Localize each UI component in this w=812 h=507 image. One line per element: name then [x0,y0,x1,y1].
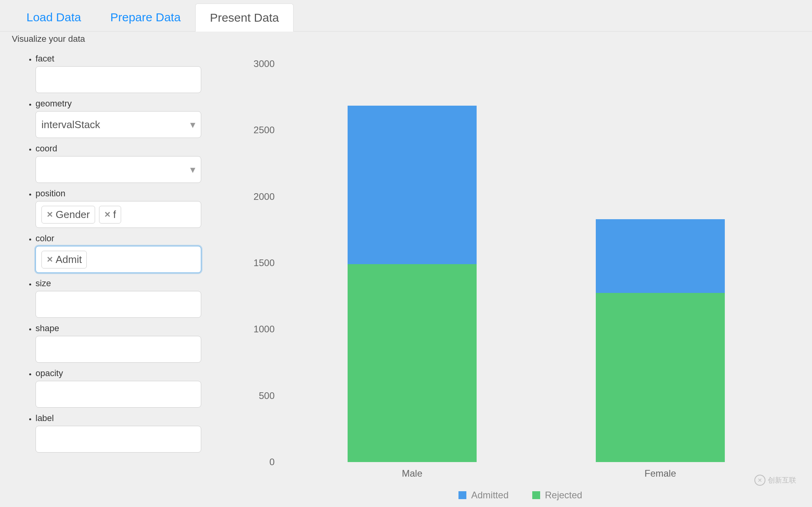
close-icon[interactable]: ✕ [104,210,111,219]
config-panel: facet geometry intervalStack ▾ coord ▾ p… [12,48,225,490]
tab-prepare-data[interactable]: Prepare Data [95,3,195,31]
close-icon[interactable]: ✕ [47,210,53,219]
watermark-logo-icon: ✕ [754,475,765,486]
label-shape: shape [36,323,225,334]
legend-swatch-icon [532,491,540,499]
legend-label: Admitted [471,490,509,501]
input-label[interactable] [36,426,201,453]
legend-label: Rejected [545,490,582,501]
y-tick: 1500 [254,257,275,268]
y-tick: 1000 [254,324,275,335]
input-color[interactable]: ✕ Admit [36,246,201,273]
watermark-text: 创新互联 [768,475,796,485]
label-position: position [36,188,225,199]
watermark: ✕ 创新互联 [754,475,796,486]
tag-position-1[interactable]: ✕ f [99,206,121,224]
y-tick: 2000 [254,191,275,202]
field-color: color ✕ Admit [36,233,225,273]
label-size: size [36,278,225,289]
bar-segment [348,106,477,264]
field-geometry: geometry intervalStack ▾ [36,99,225,138]
label-label: label [36,413,225,423]
select-geometry[interactable]: intervalStack ▾ [36,111,201,138]
close-icon[interactable]: ✕ [47,255,53,264]
y-tick: 0 [269,457,275,468]
field-facet: facet [36,54,225,93]
input-facet[interactable] [36,66,201,93]
input-size[interactable] [36,291,201,318]
chevron-down-icon: ▾ [190,119,195,131]
field-shape: shape [36,323,225,363]
bar-segment [348,264,477,462]
select-geometry-value: intervalStack [41,119,100,131]
input-shape[interactable] [36,336,201,363]
chart-legend: AdmittedRejected [241,490,800,501]
label-facet: facet [36,54,225,64]
tag-label: Admit [56,254,82,266]
chevron-down-icon: ▾ [190,164,195,176]
tag-label: f [113,209,116,221]
legend-item[interactable]: Rejected [532,490,582,501]
x-tick-label: Male [402,468,422,479]
legend-swatch-icon [458,491,466,499]
chart: 050010001500200025003000 MaleFemale Admi… [241,48,800,490]
tab-present-data[interactable]: Present Data [195,4,294,32]
y-tick: 500 [259,390,275,401]
x-tick-label: Female [644,468,676,479]
field-coord: coord ▾ [36,144,225,183]
tab-bar: Load Data Prepare Data Present Data [0,0,812,32]
label-opacity: opacity [36,368,225,378]
select-coord[interactable]: ▾ [36,156,201,183]
input-opacity[interactable] [36,381,201,408]
label-coord: coord [36,144,225,154]
bar-segment [596,293,725,462]
tag-color-0[interactable]: ✕ Admit [41,251,87,268]
tag-label: Gender [56,209,90,221]
y-tick: 3000 [254,58,275,69]
bar-segment [596,219,725,293]
tab-load-data[interactable]: Load Data [12,3,95,31]
page-subheader: Visualize your data [0,32,812,48]
field-label: label [36,413,225,453]
input-position[interactable]: ✕ Gender ✕ f [36,201,201,228]
tag-position-0[interactable]: ✕ Gender [41,206,95,224]
field-opacity: opacity [36,368,225,408]
label-color: color [36,233,225,244]
label-geometry: geometry [36,99,225,109]
field-size: size [36,278,225,318]
y-tick: 2500 [254,125,275,136]
legend-item[interactable]: Admitted [458,490,509,501]
field-position: position ✕ Gender ✕ f [36,188,225,228]
